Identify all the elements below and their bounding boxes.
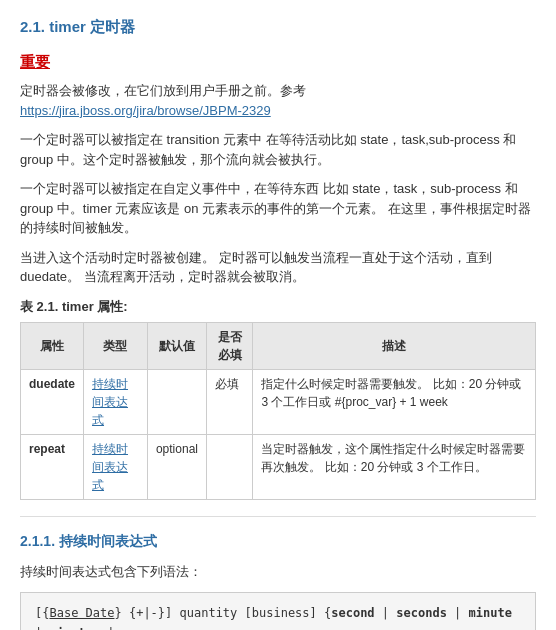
subsection-intro: 持续时间表达式包含下列语法： (20, 562, 536, 582)
paragraph-4: 当进入这个活动时定时器被创建。 定时器可以触发当流程一直处于这个活动，直到 du… (20, 248, 536, 287)
cell-duedate-type: 持续时间表达式 (84, 370, 148, 435)
cell-repeat-attr: repeat (21, 435, 84, 500)
cell-duedate-desc: 指定什么时候定时器需要触发。 比如：20 分钟或 3 个工作日或 #{proc_… (253, 370, 536, 435)
table-caption: 表 2.1. timer 属性: (20, 297, 536, 317)
section-divider (20, 516, 536, 517)
paragraph-1-text: 定时器会被修改，在它们放到用户手册之前。参考 (20, 83, 306, 98)
syntax-line-1: [{Base Date} {+|-}] quantity [business] … (35, 606, 512, 631)
section-title: 2.1. timer 定时器 (20, 16, 536, 39)
repeat-type-link[interactable]: 持续时间表达式 (92, 442, 128, 492)
col-header-type: 类型 (84, 323, 148, 370)
paragraph-3: 一个定时器可以被指定在自定义事件中，在等待东西 比如 state，task，su… (20, 179, 536, 238)
cell-repeat-default: optional (147, 435, 206, 500)
table-row: repeat 持续时间表达式 optional 当定时器触发，这个属性指定什么时… (21, 435, 536, 500)
cell-repeat-type: 持续时间表达式 (84, 435, 148, 500)
duedate-type-link[interactable]: 持续时间表达式 (92, 377, 128, 427)
syntax-box: [{Base Date} {+|-}] quantity [business] … (20, 592, 536, 631)
paragraph-1: 定时器会被修改，在它们放到用户手册之前。参考 https://jira.jbos… (20, 81, 536, 120)
cell-duedate-default (147, 370, 206, 435)
jbpm-link[interactable]: https://jira.jboss.org/jira/browse/JBPM-… (20, 103, 271, 118)
col-header-required: 是否必填 (206, 323, 252, 370)
timer-properties-table: 属性 类型 默认值 是否必填 描述 duedate 持续时间表达式 必填 指定什… (20, 322, 536, 500)
table-row: duedate 持续时间表达式 必填 指定什么时候定时器需要触发。 比如：20 … (21, 370, 536, 435)
col-header-attr: 属性 (21, 323, 84, 370)
cell-duedate-required: 必填 (206, 370, 252, 435)
cell-duedate-attr: duedate (21, 370, 84, 435)
paragraph-2: 一个定时器可以被指定在 transition 元素中 在等待活动比如 state… (20, 130, 536, 169)
cell-repeat-required (206, 435, 252, 500)
cell-repeat-desc: 当定时器触发，这个属性指定什么时候定时器需要再次触发。 比如：20 分钟或 3 … (253, 435, 536, 500)
col-header-default: 默认值 (147, 323, 206, 370)
col-header-desc: 描述 (253, 323, 536, 370)
subsection-title: 2.1.1. 持续时间表达式 (20, 531, 536, 552)
important-label: 重要 (20, 51, 536, 74)
